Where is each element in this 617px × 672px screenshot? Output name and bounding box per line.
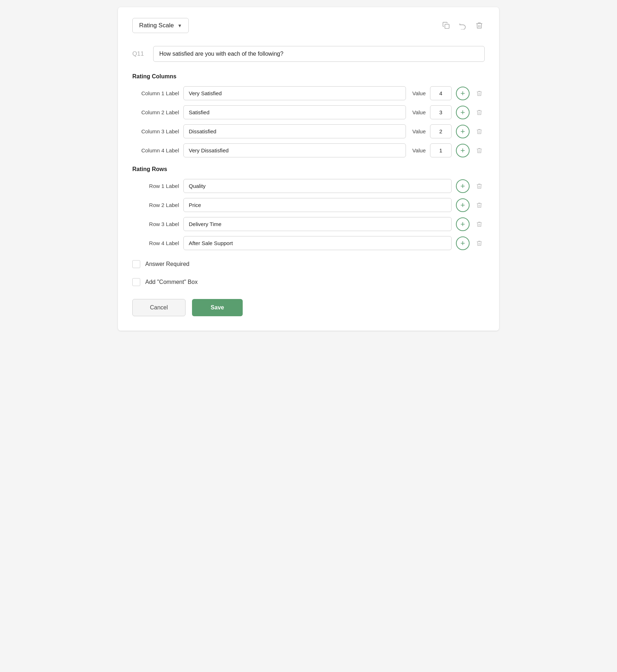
trash-icon[interactable] [474, 20, 485, 31]
row-row: Row 4 Label + [132, 236, 485, 250]
delete-column-button-4[interactable] [474, 145, 485, 156]
row-label-1: Row 1 Label [132, 183, 179, 189]
row-input-2[interactable] [183, 198, 452, 212]
main-card: Rating Scale ▼ [118, 7, 499, 331]
question-type-label: Rating Scale [139, 22, 174, 29]
answer-required-label: Answer Required [145, 261, 189, 267]
column-row: Column 1 Label Value + [132, 86, 485, 100]
column-input-4[interactable] [183, 143, 406, 157]
header-actions [441, 20, 485, 31]
column-label-3: Column 3 Label [132, 128, 179, 134]
row-label-4: Row 4 Label [132, 240, 179, 246]
question-number: Q11 [132, 50, 147, 57]
add-column-button-1[interactable]: + [456, 87, 470, 100]
undo-icon[interactable] [457, 20, 468, 31]
delete-row-button-2[interactable] [474, 200, 485, 211]
column-input-3[interactable] [183, 124, 406, 138]
delete-column-button-3[interactable] [474, 126, 485, 137]
column-label-2: Column 2 Label [132, 109, 179, 115]
column-row: Column 2 Label Value + [132, 105, 485, 119]
column-value-4[interactable] [430, 143, 452, 157]
add-column-button-3[interactable]: + [456, 125, 470, 138]
svg-rect-0 [445, 24, 449, 28]
footer: Cancel Save [132, 299, 485, 316]
row-label-2: Row 2 Label [132, 202, 179, 208]
row-row: Row 2 Label + [132, 198, 485, 212]
column-value-3[interactable] [430, 124, 452, 138]
rating-columns-title: Rating Columns [132, 73, 485, 80]
row-input-4[interactable] [183, 236, 452, 250]
value-text-1: Value [412, 90, 426, 96]
delete-column-button-2[interactable] [474, 107, 485, 118]
save-button[interactable]: Save [192, 299, 243, 316]
cancel-button[interactable]: Cancel [132, 299, 186, 316]
rating-rows-title: Rating Rows [132, 166, 485, 172]
delete-row-button-4[interactable] [474, 238, 485, 249]
delete-row-button-1[interactable] [474, 181, 485, 192]
question-type-dropdown[interactable]: Rating Scale ▼ [132, 18, 189, 33]
row-label-3: Row 3 Label [132, 221, 179, 227]
row-row: Row 3 Label + [132, 217, 485, 231]
comment-box-checkbox[interactable] [132, 278, 140, 286]
value-text-3: Value [412, 128, 426, 134]
comment-box-label: Add "Comment" Box [145, 279, 198, 285]
add-row-button-4[interactable]: + [456, 236, 470, 250]
rating-columns-container: Column 1 Label Value + Column 2 Label Va… [132, 86, 485, 157]
copy-icon[interactable] [441, 20, 452, 31]
delete-row-button-3[interactable] [474, 219, 485, 230]
add-column-button-2[interactable]: + [456, 106, 470, 119]
row-input-1[interactable] [183, 179, 452, 193]
header: Rating Scale ▼ [132, 18, 485, 33]
comment-box-row: Add "Comment" Box [132, 278, 485, 286]
rating-rows-container: Row 1 Label + Row 2 Label + [132, 179, 485, 250]
add-column-button-4[interactable]: + [456, 144, 470, 157]
column-input-1[interactable] [183, 86, 406, 100]
question-row: Q11 [132, 46, 485, 62]
add-row-button-2[interactable]: + [456, 198, 470, 212]
row-row: Row 1 Label + [132, 179, 485, 193]
chevron-down-icon: ▼ [177, 23, 182, 28]
answer-required-row: Answer Required [132, 260, 485, 268]
add-row-button-3[interactable]: + [456, 217, 470, 231]
column-label-4: Column 4 Label [132, 147, 179, 153]
question-input[interactable] [153, 46, 485, 62]
column-input-2[interactable] [183, 105, 406, 119]
column-row: Column 4 Label Value + [132, 143, 485, 157]
column-value-1[interactable] [430, 86, 452, 100]
column-row: Column 3 Label Value + [132, 124, 485, 138]
row-input-3[interactable] [183, 217, 452, 231]
column-label-1: Column 1 Label [132, 90, 179, 96]
value-text-4: Value [412, 147, 426, 153]
answer-required-checkbox[interactable] [132, 260, 140, 268]
add-row-button-1[interactable]: + [456, 179, 470, 193]
delete-column-button-1[interactable] [474, 88, 485, 99]
column-value-2[interactable] [430, 105, 452, 119]
value-text-2: Value [412, 109, 426, 115]
